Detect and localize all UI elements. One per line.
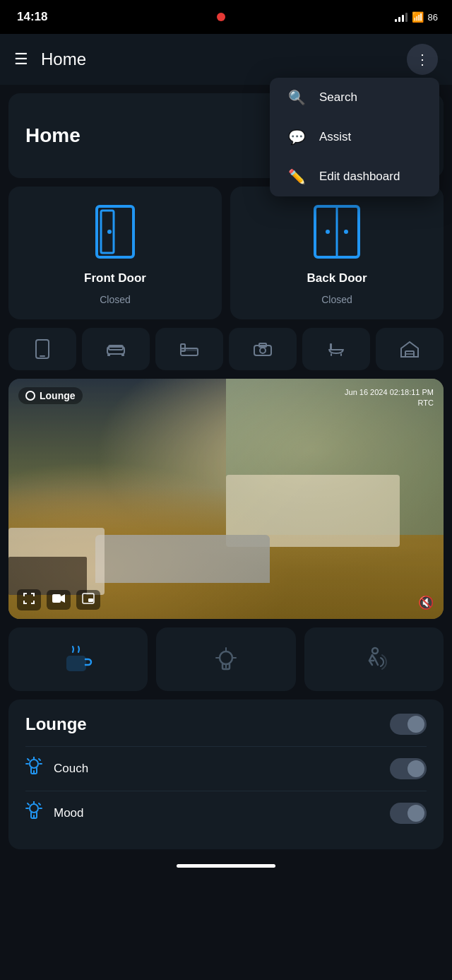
action-button-light[interactable] [156, 627, 295, 691]
header-left: ☰ Home [14, 49, 86, 69]
front-door-name: Front Door [84, 271, 146, 285]
svg-line-48 [39, 803, 40, 805]
camera-room-name: Lounge [40, 390, 76, 401]
dropdown-assist-label: Assist [319, 130, 351, 144]
back-door-icon [312, 203, 362, 263]
camera-controls [17, 589, 100, 610]
svg-rect-22 [330, 343, 332, 350]
mood-light-name: Mood [54, 806, 84, 820]
more-menu-button[interactable]: ⋮ [407, 44, 438, 75]
lounge-title: Lounge [25, 714, 87, 734]
dropdown-item-assist[interactable]: 💬 Assist [270, 117, 439, 157]
action-buttons-row [8, 627, 444, 691]
svg-rect-12 [121, 354, 124, 356]
couch-light-toggle[interactable] [390, 758, 427, 779]
lounge-section: Lounge Couch [8, 699, 444, 849]
main-content: Home DISARM Front Door Closed [0, 93, 452, 849]
lounge-main-toggle[interactable] [390, 714, 427, 735]
camera-timestamp: Jun 16 2024 02:18:11 PM RTC [345, 387, 434, 409]
svg-line-40 [28, 759, 29, 760]
tab-garage[interactable] [376, 328, 444, 370]
back-door-name: Back Door [307, 271, 367, 285]
tab-bed[interactable] [155, 328, 223, 370]
front-door-card[interactable]: Front Door Closed [8, 187, 222, 319]
svg-rect-21 [340, 353, 342, 356]
svg-rect-8 [40, 355, 45, 357]
light-left-couch: Couch [25, 757, 88, 781]
svg-rect-11 [107, 354, 110, 356]
svg-line-47 [28, 803, 29, 805]
tab-couch[interactable] [82, 328, 150, 370]
svg-rect-0 [97, 206, 133, 257]
couch-light-name: Couch [54, 762, 88, 776]
action-button-coffee[interactable] [8, 627, 148, 691]
camera-record-icon [25, 391, 35, 401]
lounge-header: Lounge [25, 714, 427, 735]
light-row-mood: Mood [25, 791, 427, 835]
couch-light-icon [25, 757, 42, 781]
svg-rect-25 [52, 594, 61, 603]
back-door-card[interactable]: Back Door Closed [230, 187, 444, 319]
edit-icon: ✏️ [287, 168, 307, 185]
icon-tabs-row [8, 328, 444, 370]
dropdown-menu: 🔍 Search 💬 Assist ✏️ Edit dashboard [270, 78, 439, 196]
page-title: Home [41, 49, 86, 69]
svg-rect-27 [88, 598, 93, 602]
status-icons: 📶 86 [395, 11, 438, 23]
svg-point-35 [30, 760, 38, 768]
dynamic-island [179, 6, 263, 28]
back-door-status: Closed [321, 294, 352, 305]
door-cards: Front Door Closed Back Door Closed [8, 187, 444, 319]
dropdown-edit-label: Edit dashboard [319, 170, 400, 184]
dropdown-item-edit[interactable]: ✏️ Edit dashboard [270, 157, 439, 196]
home-panel-title: Home [25, 124, 81, 147]
camera-label: Lounge [18, 387, 83, 404]
svg-point-29 [220, 651, 232, 664]
battery-indicator: 86 [428, 12, 438, 23]
svg-line-41 [39, 759, 40, 760]
mood-light-toggle[interactable] [390, 803, 427, 824]
camera-scene-overlay [8, 379, 444, 619]
svg-point-2 [107, 230, 112, 234]
bottom-bar [0, 849, 452, 873]
svg-point-5 [326, 230, 330, 234]
camera-fullscreen-button[interactable] [17, 589, 41, 610]
camera-container[interactable]: Lounge Jun 16 2024 02:18:11 PM RTC 🔇 [8, 379, 444, 619]
hamburger-menu-icon[interactable]: ☰ [14, 50, 28, 69]
front-door-icon [94, 203, 136, 263]
svg-point-17 [260, 348, 266, 353]
camera-pip-button[interactable] [76, 590, 100, 610]
action-button-motion[interactable] [304, 627, 444, 691]
dropdown-search-label: Search [319, 90, 357, 105]
status-bar: 14:18 📶 86 [0, 0, 452, 34]
front-door-status: Closed [100, 294, 131, 305]
tab-camera[interactable] [229, 328, 297, 370]
svg-rect-28 [67, 656, 85, 671]
search-icon: 🔍 [287, 89, 307, 106]
wifi-icon: 📶 [412, 11, 424, 23]
light-left-mood: Mood [25, 801, 84, 825]
camera-timestamp-line2: RTC [345, 398, 434, 408]
more-dots-icon: ⋮ [415, 51, 429, 68]
dropdown-item-search[interactable]: 🔍 Search [270, 78, 439, 117]
tab-phone[interactable] [8, 328, 76, 370]
light-row-couch: Couch [25, 746, 427, 791]
tab-bath[interactable] [302, 328, 370, 370]
mood-light-icon [25, 801, 42, 825]
camera-mute-button[interactable]: 🔇 [418, 595, 434, 610]
svg-point-6 [344, 230, 348, 234]
signal-icon [395, 12, 408, 22]
svg-point-42 [30, 804, 38, 813]
status-time: 14:18 [17, 10, 47, 24]
camera-record-button[interactable] [47, 590, 71, 610]
assist-icon: 💬 [287, 129, 307, 146]
camera-timestamp-line1: Jun 16 2024 02:18:11 PM [345, 387, 434, 398]
recording-indicator [217, 13, 225, 21]
home-indicator [177, 864, 275, 868]
svg-rect-20 [331, 353, 332, 356]
svg-point-34 [372, 648, 378, 654]
